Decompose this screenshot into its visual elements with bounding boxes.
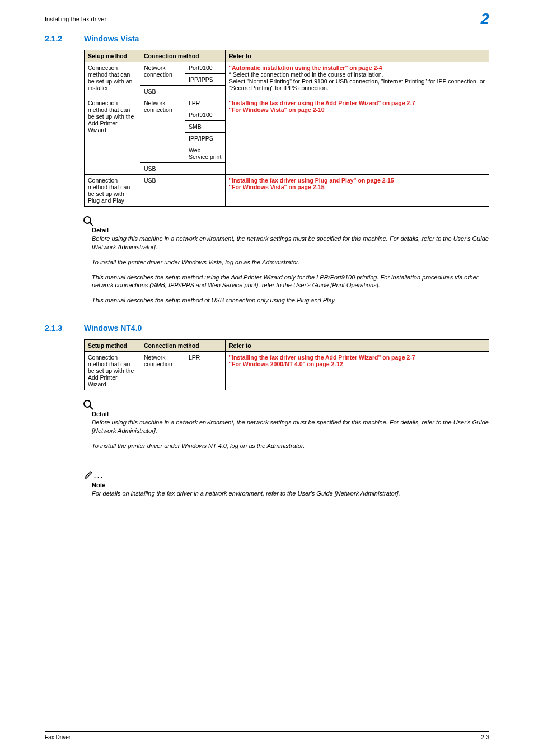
table-row: Connection method that can be set up wit… <box>85 175 489 207</box>
magnifier-icon <box>83 216 488 227</box>
table-row: Connection method that can be set up wit… <box>85 97 489 109</box>
cell-refer2: "Installing the fax driver using the Add… <box>226 97 489 175</box>
svg-line-3 <box>90 407 93 410</box>
link-add-printer-wizard[interactable]: "Installing the fax driver using the Add… <box>229 100 415 106</box>
detail-text: This manual describes the setup method u… <box>92 273 489 290</box>
cell-netconn2: Network connection <box>140 97 185 163</box>
cell-usb: USB <box>140 86 226 97</box>
cell-refer-nt: "Installing the fax driver using the Add… <box>226 352 489 390</box>
note-text: For details on installing the fax driver… <box>92 489 489 498</box>
cell-setup-wizard-nt: Connection method that can be set up wit… <box>85 352 140 390</box>
detail-text: Before using this machine in a network e… <box>92 418 489 435</box>
table-row: Connection method that can be set up wit… <box>85 352 489 390</box>
table-header-row: Setup method Connection method Refer to <box>85 340 489 352</box>
cell-setup-wizard: Connection method that can be set up wit… <box>85 97 140 175</box>
cell-netconn-nt: Network connection <box>140 352 185 390</box>
cell-webserv: Web Service print <box>185 144 226 163</box>
section-heading-nt: 2.1.3Windows NT4.0 <box>45 324 489 333</box>
section-title: Windows NT4.0 <box>84 324 142 333</box>
cell-refer3: "Installing the fax driver using Plug an… <box>226 175 489 207</box>
header-left: Installing the fax driver <box>45 16 106 22</box>
link-plug-and-play[interactable]: "Installing the fax driver using Plug an… <box>229 177 394 184</box>
th-conn: Connection method <box>140 50 226 62</box>
th-setup: Setup method <box>85 340 140 352</box>
header-chapter-number: 2 <box>480 13 489 25</box>
page-footer: Fax Driver 2-3 <box>45 731 489 740</box>
table-row: Connection method that can be set up wit… <box>85 62 489 74</box>
th-setup: Setup method <box>85 50 140 62</box>
detail-heading: Detail <box>92 227 489 234</box>
pencil-icon <box>84 469 94 480</box>
cell-lpr-nt: LPR <box>185 352 226 390</box>
vista-table: Setup method Connection method Refer to … <box>84 50 489 207</box>
cell-setup-plugplay: Connection method that can be set up wit… <box>85 175 140 207</box>
cell-port9100: Port9100 <box>185 62 226 74</box>
detail-text: Before using this machine in a network e… <box>92 235 489 251</box>
cell-setup-installer: Connection method that can be set up wit… <box>85 62 140 97</box>
nt-detail-block: Detail Before using this machine in a ne… <box>84 398 489 457</box>
detail-heading: Detail <box>92 410 489 417</box>
link-add-printer-wizard-nt[interactable]: "Installing the fax driver using the Add… <box>229 354 415 361</box>
detail-text: To install the printer driver under Wind… <box>92 442 489 450</box>
magnifier-icon <box>83 399 488 410</box>
cell-smb: SMB <box>185 121 226 133</box>
link-for-vista[interactable]: "For Windows Vista" on page 2-10 <box>229 106 325 113</box>
svg-point-2 <box>84 400 91 407</box>
cell-usb-3: USB <box>140 175 226 207</box>
detail-text: To install the printer driver under Wind… <box>92 258 489 267</box>
link-auto-install[interactable]: "Automatic installation using the instal… <box>229 64 382 71</box>
footer-right: 2-3 <box>481 734 489 740</box>
svg-line-1 <box>90 223 93 226</box>
link-for-2000nt[interactable]: "For Windows 2000/NT 4.0" on page 2-12 <box>229 361 343 367</box>
cell-ippipps: IPP/IPPS <box>185 74 226 86</box>
svg-point-0 <box>84 217 91 223</box>
refer1-note: * Select the connection method in the co… <box>229 71 383 78</box>
nt-table: Setup method Connection method Refer to … <box>84 339 489 390</box>
refer1-note2: Select "Normal Printing" for Port 9100 o… <box>229 78 485 91</box>
footer-left: Fax Driver <box>45 734 71 740</box>
table-header-row: Setup method Connection method Refer to <box>85 50 489 62</box>
cell-usb-2: USB <box>140 163 226 175</box>
cell-port9100-2: Port9100 <box>185 109 226 121</box>
section-heading-vista: 2.1.2Windows Vista <box>45 34 489 43</box>
cell-netconn: Network connection <box>140 62 185 86</box>
section-title: Windows Vista <box>84 34 139 43</box>
cell-ippipps-2: IPP/IPPS <box>185 133 226 144</box>
nt-note-block: ... Note For details on installing the f… <box>84 469 489 505</box>
link-for-vista-2[interactable]: "For Windows Vista" on page 2-15 <box>229 184 325 190</box>
cell-lpr: LPR <box>185 97 226 109</box>
section-number: 2.1.2 <box>45 34 84 43</box>
th-conn: Connection method <box>140 340 226 352</box>
note-dots: ... <box>94 472 104 479</box>
th-refer: Refer to <box>226 340 489 352</box>
page-header: Installing the fax driver 2 <box>45 11 489 24</box>
detail-text: This manual describes the setup method o… <box>92 296 489 305</box>
note-heading: Note <box>92 482 489 488</box>
vista-detail-block: Detail Before using this machine in a ne… <box>84 214 489 311</box>
cell-refer1: "Automatic installation using the instal… <box>226 62 489 97</box>
section-number: 2.1.3 <box>45 324 84 333</box>
th-refer: Refer to <box>226 50 489 62</box>
